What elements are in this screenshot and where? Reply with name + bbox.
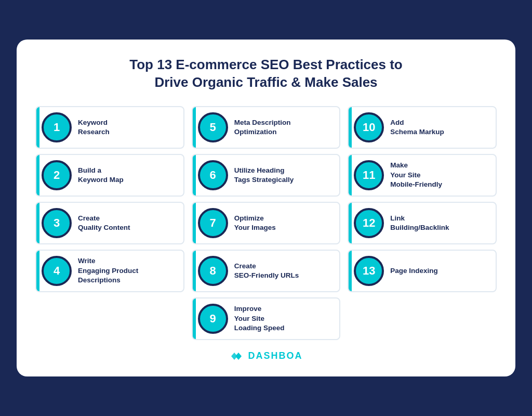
item-number-3: 3 <box>42 208 72 238</box>
item-number-1: 1 <box>42 112 72 142</box>
list-item-11: 11Make Your Site Mobile-Friendly <box>348 154 497 197</box>
item-label-10: Add Schema Markup <box>390 118 444 137</box>
item-label-7: Optimize Your Images <box>234 214 276 232</box>
list-item-9: 9Improve Your Site Loading Speed <box>192 297 341 340</box>
list-item-6: 6Utilize Heading Tags Strategically <box>192 154 341 197</box>
dashboa-icon <box>229 350 244 362</box>
logo-text: DASHBOA <box>248 350 302 361</box>
item-label-8: Create SEO-Friendly URLs <box>234 262 299 280</box>
list-item-2: 2Build a Keyword Map <box>35 154 184 197</box>
item-number-6: 6 <box>198 160 228 190</box>
item-number-7: 7 <box>198 208 228 238</box>
list-item-12: 12Link Building/Backlink <box>348 202 497 244</box>
list-item-10: 10Add Schema Markup <box>348 106 497 149</box>
item-number-5: 5 <box>198 112 228 142</box>
item-number-10: 10 <box>354 112 384 142</box>
item-number-4: 4 <box>42 256 72 286</box>
list-item-4: 4Write Engaging Product Descriptions <box>35 250 184 292</box>
list-item-3: 3Create Quality Content <box>35 202 184 244</box>
item-number-8: 8 <box>198 256 228 286</box>
item-label-13: Page Indexing <box>390 266 438 276</box>
item-label-1: Keyword Research <box>78 118 110 137</box>
main-card: Top 13 E-commerce SEO Best Practices to … <box>17 40 515 376</box>
item-label-5: Meta Description Optimization <box>234 118 291 137</box>
item-number-13: 13 <box>354 256 384 286</box>
list-item-13: 13Page Indexing <box>348 250 497 292</box>
items-grid: 1Keyword Research2Build a Keyword Map3Cr… <box>35 106 497 340</box>
list-item-8: 8Create SEO-Friendly URLs <box>192 250 341 292</box>
item-label-2: Build a Keyword Map <box>78 166 124 185</box>
list-item-1: 1Keyword Research <box>35 106 184 149</box>
list-item-7: 7Optimize Your Images <box>192 202 341 244</box>
item-label-9: Improve Your Site Loading Speed <box>234 304 285 333</box>
item-label-12: Link Building/Backlink <box>390 214 449 232</box>
list-item-5: 5Meta Description Optimization <box>192 106 341 149</box>
item-number-2: 2 <box>42 160 72 190</box>
item-number-12: 12 <box>354 208 384 238</box>
item-label-3: Create Quality Content <box>78 214 130 232</box>
item-label-4: Write Engaging Product Descriptions <box>78 256 138 285</box>
logo-area: DASHBOA <box>35 350 497 362</box>
item-number-11: 11 <box>354 160 384 190</box>
item-label-6: Utilize Heading Tags Strategically <box>234 166 294 185</box>
item-label-11: Make Your Site Mobile-Friendly <box>390 161 442 189</box>
page-title: Top 13 E-commerce SEO Best Practices to … <box>35 56 497 92</box>
item-number-9: 9 <box>198 304 228 334</box>
